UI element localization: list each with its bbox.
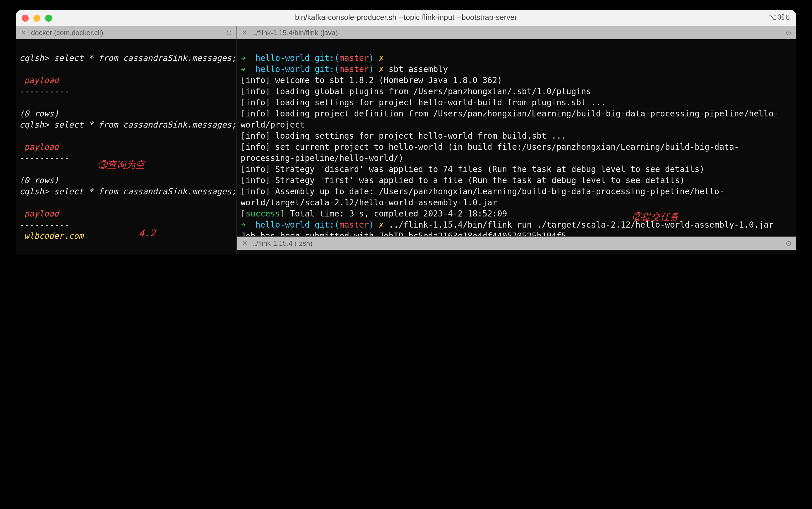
dirty-icon: ✗ <box>379 53 384 63</box>
arrow-icon-2: ➜ <box>240 64 256 74</box>
minimize-window-button[interactable] <box>33 14 40 21</box>
cql-query-2: cqlsh> select * from cassandraSink.messa… <box>19 120 236 129</box>
payload-header-3: payload <box>19 209 59 218</box>
info-7: [info] Strategy 'first' was applied to a… <box>240 175 685 185</box>
git-open-3: git:( <box>310 220 339 229</box>
job-submitted: Job has been submitted with JobID bc5eda… <box>240 231 566 236</box>
traffic-lights <box>22 14 52 21</box>
info-1: [info] loading global plugins from /User… <box>240 87 591 96</box>
git-close-2: ) <box>369 64 379 74</box>
git-close-1: ) <box>369 53 379 63</box>
annotation-2: ②提交任务 <box>632 211 679 222</box>
cql-query-3: cqlsh> select * from cassandraSink.messa… <box>19 186 236 196</box>
rows-0b: (0 rows) <box>19 175 59 185</box>
window-title: bin/kafka-console-producer.sh --topic fl… <box>16 12 796 23</box>
left-terminal[interactable]: cqlsh> select * from cassandraSink.messa… <box>16 39 236 254</box>
dir-1: hello-world <box>256 53 310 63</box>
right-top-tab-title[interactable]: ../flink-1.15.4/bin/flink (java) <box>252 28 338 38</box>
info-3: [info] loading project definition from /… <box>240 109 778 129</box>
left-pane: ✕ docker (com.docker.cli) ⊙ cqlsh> selec… <box>16 26 236 254</box>
window-titlebar: bin/kafka-console-producer.sh --topic fl… <box>16 10 796 26</box>
dir-2: hello-world <box>256 64 310 74</box>
rows-1: (1 rows) <box>19 253 59 254</box>
branch-3: master <box>339 220 369 229</box>
cql-query: cqlsh> select * from cassandraSink.messa… <box>19 53 236 63</box>
branch-2: master <box>339 64 369 74</box>
branch-1: master <box>339 53 369 63</box>
panes-body: ✕ docker (com.docker.cli) ⊙ cqlsh> selec… <box>16 26 796 254</box>
close-tab-icon-3[interactable]: ✕ <box>242 238 248 248</box>
right-top-pane: ✕ ../flink-1.15.4/bin/flink (java) ⊙ ➜ h… <box>237 26 796 237</box>
cmd-sbt: sbt assembly <box>384 64 448 74</box>
right-top-tabbar: ✕ ../flink-1.15.4/bin/flink (java) ⊙ <box>237 26 796 39</box>
dashes: ---------- <box>19 87 69 96</box>
arrow-icon-3: ➜ <box>240 220 256 229</box>
info-0: [info] welcome to sbt 1.8.2 (Homebrew Ja… <box>240 75 502 85</box>
right-mid-tab-title[interactable]: ../flink-1.15.4 (-zsh) <box>252 238 312 248</box>
left-tabbar: ✕ docker (com.docker.cli) ⊙ <box>16 26 236 39</box>
info-4: [info] loading settings for project hell… <box>240 131 566 140</box>
result-1a: wlbcoder.com <box>19 231 84 240</box>
right-top-terminal[interactable]: ➜ hello-world git:(master) ✗ ➜ hello-wor… <box>237 39 796 236</box>
zoom-window-button[interactable] <box>45 14 52 21</box>
annotation-3: ③查询为空 <box>98 159 144 170</box>
annotation-4-2: 4.2 <box>139 228 156 239</box>
git-close-3: ) <box>369 220 379 229</box>
dashes-2: ---------- <box>19 153 69 163</box>
git-open-1: git:( <box>310 53 339 63</box>
close-tab-icon-2[interactable]: ✕ <box>242 28 248 38</box>
dir-3: hello-world <box>256 220 310 229</box>
info-6: [info] Strategy 'discard' was applied to… <box>240 164 705 174</box>
right-mid-tabbar: ✕ ../flink-1.15.4 (-zsh) ⊙ <box>237 237 796 250</box>
dirty-icon-2: ✗ <box>379 64 384 74</box>
git-open-2: git:( <box>310 64 339 74</box>
arrow-icon: ➜ <box>240 53 256 63</box>
cmd-flink-run: ../flink-1.15.4/bin/flink run ./target/s… <box>384 220 774 229</box>
tab-more-icon-3[interactable]: ⊙ <box>786 238 791 248</box>
payload-header-2: payload <box>19 142 59 151</box>
tab-more-icon[interactable]: ⊙ <box>226 28 232 38</box>
left-tab-title[interactable]: docker (com.docker.cli) <box>31 28 103 38</box>
info-5: [info] set current project to hello-worl… <box>240 142 739 163</box>
info-2: [info] loading settings for project hell… <box>240 98 606 107</box>
info-8: [info] Assembly up to date: /Users/panzh… <box>240 186 724 207</box>
rows-0a: (0 rows) <box>19 109 59 118</box>
success-label: success <box>246 209 280 218</box>
window-shortcut: ⌥⌘6 <box>768 12 790 23</box>
dashes-3: ---------- <box>19 220 69 229</box>
right-mid-pane: ✕ ../flink-1.15.4 (-zsh) ⊙ ➜ flink-1.15.… <box>237 237 796 254</box>
right-mid-terminal[interactable]: ➜ flink-1.15.4 git:(master) ✗ ./bin/stop… <box>237 250 796 254</box>
tab-more-icon-2[interactable]: ⊙ <box>786 28 791 38</box>
right-column: ✕ ../flink-1.15.4/bin/flink (java) ⊙ ➜ h… <box>237 26 796 254</box>
left-column: ✕ docker (com.docker.cli) ⊙ cqlsh> selec… <box>16 26 237 254</box>
close-tab-icon[interactable]: ✕ <box>21 28 26 38</box>
success-rest: ] Total time: 3 s, completed 2023-4-2 18… <box>280 209 507 218</box>
dirty-icon-3: ✗ <box>379 220 384 229</box>
payload-header: payload <box>19 75 59 85</box>
terminal-window: bin/kafka-console-producer.sh --topic fl… <box>16 10 796 254</box>
close-window-button[interactable] <box>22 14 29 21</box>
